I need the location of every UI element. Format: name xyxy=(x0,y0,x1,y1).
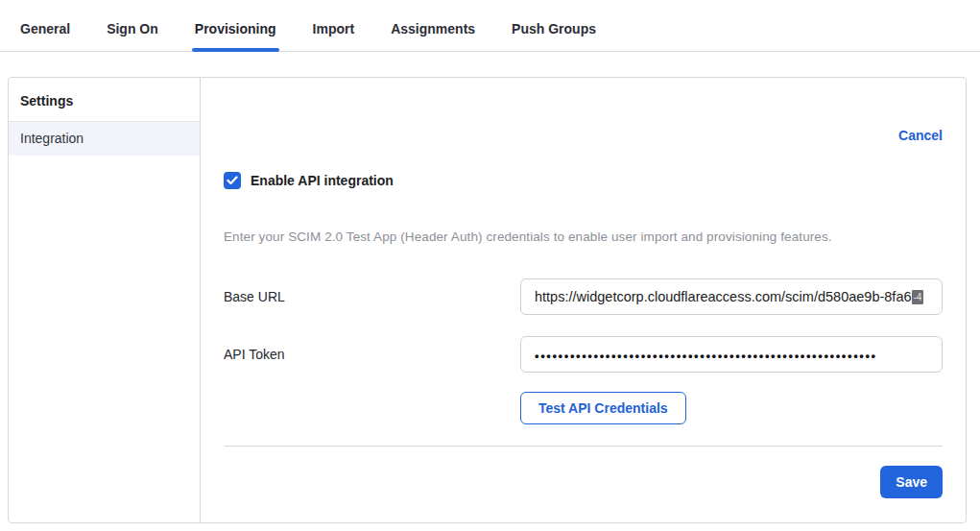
cancel-row: Cancel xyxy=(224,78,943,143)
integration-settings-form: Cancel Enable API integration Enter your… xyxy=(201,78,966,522)
base-url-row: Base URL https://widgetcorp.cloudflareac… xyxy=(224,278,943,315)
test-credentials-row: Test API Credentials xyxy=(224,392,943,424)
tab-general[interactable]: General xyxy=(19,0,71,51)
save-row: Save xyxy=(224,466,943,498)
cancel-link[interactable]: Cancel xyxy=(898,128,943,143)
form-divider xyxy=(224,446,943,447)
base-url-input[interactable]: https://widgetcorp.cloudflareaccess.com/… xyxy=(520,278,943,315)
sidebar-header: Settings xyxy=(9,78,200,122)
base-url-label: Base URL xyxy=(224,289,520,304)
enable-api-integration-row: Enable API integration xyxy=(224,172,943,189)
api-token-row: API Token ••••••••••••••••••••••••••••••… xyxy=(224,336,943,373)
provisioning-panel: Settings Integration Cancel Enable API i… xyxy=(8,77,967,523)
checkmark-icon xyxy=(227,176,238,185)
base-url-value: https://widgetcorp.cloudflareaccess.com/… xyxy=(535,289,912,304)
tab-provisioning[interactable]: Provisioning xyxy=(194,0,277,51)
api-token-masked-value: ••••••••••••••••••••••••••••••••••••••••… xyxy=(535,349,877,363)
api-token-label: API Token xyxy=(224,347,520,362)
save-button[interactable]: Save xyxy=(880,466,943,498)
tab-sign-on[interactable]: Sign On xyxy=(106,0,159,51)
enable-api-integration-label: Enable API integration xyxy=(251,173,394,188)
base-url-selected-text: -4 xyxy=(912,290,924,304)
tab-import[interactable]: Import xyxy=(312,0,356,51)
tab-bar: General Sign On Provisioning Import Assi… xyxy=(0,0,980,52)
test-api-credentials-button[interactable]: Test API Credentials xyxy=(520,392,686,424)
settings-sidebar: Settings Integration xyxy=(9,78,201,522)
enable-api-integration-checkbox[interactable] xyxy=(224,172,241,189)
api-token-input[interactable]: ••••••••••••••••••••••••••••••••••••••••… xyxy=(520,336,943,373)
tab-push-groups[interactable]: Push Groups xyxy=(511,0,597,51)
credentials-description: Enter your SCIM 2.0 Test App (Header Aut… xyxy=(224,229,943,244)
sidebar-item-integration[interactable]: Integration xyxy=(9,122,200,156)
tab-assignments[interactable]: Assignments xyxy=(390,0,476,51)
